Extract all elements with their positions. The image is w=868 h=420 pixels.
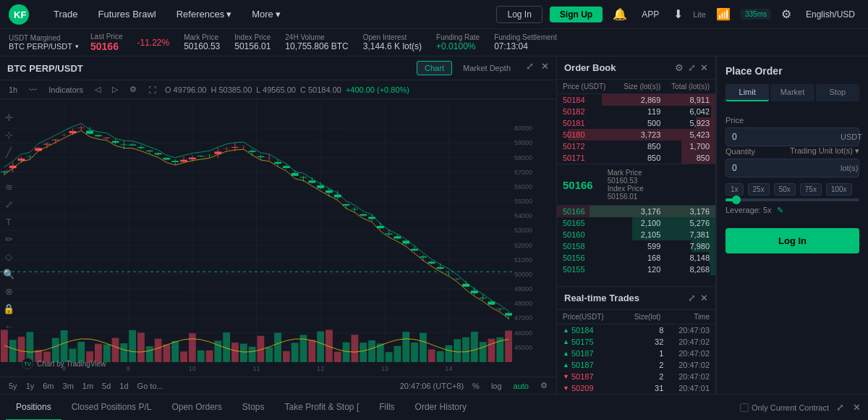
nav-more[interactable]: More ▾ — [242, 0, 291, 29]
tool-horizontal[interactable]: ─ — [3, 164, 14, 177]
close-icon[interactable]: ✕ — [541, 61, 549, 75]
trades-close-icon[interactable]: ✕ — [700, 293, 708, 303]
ob-sell-row[interactable]: 50172 850 1,700 — [557, 140, 715, 152]
ob-expand-icon[interactable]: ⤢ — [688, 62, 696, 73]
fullscreen-icon[interactable]: ⛶ — [145, 84, 159, 96]
expand-icon[interactable]: ⤢ — [526, 61, 534, 75]
time-5d[interactable]: 5d — [99, 381, 114, 391]
close-icon[interactable]: ✕ — [851, 400, 862, 414]
chart-canvas[interactable] — [0, 99, 556, 377]
bottom-tab-6[interactable]: Order History — [405, 395, 477, 421]
tool-brush[interactable]: ✏ — [3, 233, 14, 246]
ob-buy-row[interactable]: 50166 3,176 3,176 — [557, 206, 715, 217]
chart-settings-icon[interactable]: ⚙ — [537, 380, 550, 391]
tool-text[interactable]: T — [3, 216, 14, 229]
time-goto[interactable]: Go to... — [135, 381, 166, 391]
forward-icon[interactable]: ▷ — [109, 83, 121, 96]
bottom-tab-4[interactable]: Take Profit & Stop [ — [275, 395, 370, 421]
chart-bottom-bar: 5y 1y 6m 3m 1m 5d 1d Go to... 20:47:06 (… — [0, 377, 556, 394]
time-1m[interactable]: 1m — [80, 381, 96, 391]
tool-line[interactable]: ╱ — [3, 146, 14, 159]
tool-magnet[interactable]: ⊗ — [3, 285, 14, 298]
time-3m[interactable]: 3m — [60, 381, 77, 391]
tool-zoom[interactable]: 🔍 — [3, 268, 14, 281]
tool-crosshair[interactable]: ⊹ — [3, 129, 14, 142]
time-5y[interactable]: 5y — [6, 381, 20, 391]
leverage-btn-25x[interactable]: 25x — [748, 183, 770, 196]
nav-futures-brawl[interactable]: Futures Brawl — [88, 0, 166, 29]
ob-sell-row[interactable]: 50171 850 850 — [557, 152, 715, 164]
tool-fibonacci[interactable]: ≋ — [3, 181, 14, 194]
ob-buy-row[interactable]: 50158 599 7,980 — [557, 240, 715, 252]
ob-sell-row[interactable]: 50182 119 6,042 — [557, 106, 715, 117]
bottom-tab-2[interactable]: Open Orders — [161, 395, 231, 421]
po-tab-market[interactable]: Market — [770, 84, 814, 101]
tool-arrow-left[interactable]: ← — [3, 320, 14, 333]
bell-icon[interactable]: 🔔 — [610, 4, 630, 24]
ob-settings-icon[interactable]: ⚙ — [675, 62, 684, 73]
ob-col-total: Total (lot(s)) — [660, 83, 710, 91]
chart-type-icon[interactable]: 〰 — [26, 84, 40, 96]
log-toggle[interactable]: log — [488, 381, 505, 391]
indicators-btn[interactable]: Indicators — [46, 84, 86, 96]
download-icon[interactable]: ⬇ — [671, 4, 686, 24]
tab-market-depth[interactable]: Market Depth — [455, 61, 519, 75]
bottom-tab-5[interactable]: Fills — [369, 395, 404, 421]
signup-button[interactable]: Sign Up — [550, 7, 603, 22]
time-6m[interactable]: 6m — [40, 381, 56, 391]
login-button[interactable]: Log In — [496, 6, 542, 23]
percent-toggle[interactable]: % — [469, 381, 482, 391]
chart-header: BTC PERP/USDT Chart Market Depth ⤢ ✕ — [0, 56, 556, 80]
login-to-trade-button[interactable]: Log In — [726, 228, 859, 253]
tool-cursor[interactable]: ✛ — [3, 112, 14, 125]
quantity-input[interactable] — [732, 163, 841, 173]
settings-chart-icon[interactable]: ⚙ — [127, 83, 140, 96]
nav-references[interactable]: References ▾ — [166, 0, 242, 29]
po-tab-limit[interactable]: Limit — [726, 84, 769, 101]
auto-toggle[interactable]: auto — [511, 381, 532, 391]
tool-lock[interactable]: 🔒 — [3, 303, 14, 316]
leverage-slider-thumb[interactable] — [732, 196, 741, 204]
leverage-slider-track[interactable] — [726, 198, 859, 201]
ob-buy-row[interactable]: 50156 168 8,148 — [557, 252, 715, 264]
bottom-tab-3[interactable]: Stops — [232, 395, 275, 421]
ob-buy-row[interactable]: 50160 2,105 7,381 — [557, 229, 715, 240]
chart-body[interactable]: XBTUSDTM, 60 XBTUSDTM: XBT / USDT Perpet… — [0, 99, 556, 377]
leverage-row: 1x25x50x75x100x — [726, 183, 859, 196]
leverage-btn-50x[interactable]: 50x — [774, 183, 796, 196]
leverage-btn-100x[interactable]: 100x — [826, 183, 852, 196]
leverage-edit-icon[interactable]: ✎ — [777, 206, 783, 214]
ob-sell-row[interactable]: 50184 2,869 8,911 — [557, 94, 715, 106]
ob-buy-total: 3,176 — [660, 207, 710, 216]
ob-buy-row[interactable]: 50165 2,100 5,276 — [557, 217, 715, 229]
leverage-btn-1x[interactable]: 1x — [726, 183, 744, 196]
ob-buy-row[interactable]: 50155 120 8,268 — [557, 264, 715, 275]
expand-icon[interactable]: ⤢ — [835, 400, 846, 414]
ob-sell-row[interactable]: 50180 3,723 5,423 — [557, 129, 715, 140]
tab-chart[interactable]: Chart — [417, 61, 452, 75]
tool-measure[interactable]: ⤢ — [3, 198, 14, 211]
language-button[interactable]: English/USD — [801, 7, 859, 22]
price-input[interactable] — [732, 132, 841, 142]
settings-icon[interactable]: ⚙ — [778, 4, 794, 24]
time-1y[interactable]: 1y — [23, 381, 38, 391]
time-1d[interactable]: 1d — [116, 381, 131, 391]
back-icon[interactable]: ◁ — [92, 83, 103, 96]
nav-trade[interactable]: Trade — [43, 0, 88, 29]
leverage-btn-75x[interactable]: 75x — [800, 183, 822, 196]
only-current-checkbox[interactable] — [740, 403, 749, 412]
bottom-tab-1[interactable]: Closed Positions P/L — [61, 395, 162, 421]
tool-pattern[interactable]: ◇ — [3, 251, 14, 264]
lite-badge[interactable]: Lite — [693, 10, 706, 19]
trades-expand-icon[interactable]: ⤢ — [688, 293, 696, 303]
bottom-tab-0[interactable]: Positions — [6, 395, 61, 421]
logo-area[interactable]: KF — [9, 4, 29, 25]
ob-sell-row[interactable]: 50181 500 5,923 — [557, 117, 715, 129]
ticker-pair[interactable]: BTC PERP/USDT ▾ — [9, 42, 79, 51]
po-tab-stop[interactable]: Stop — [816, 84, 859, 101]
app-button[interactable]: APP — [637, 7, 663, 22]
timeframe-1h[interactable]: 1h — [6, 84, 20, 96]
chevron-down-icon: ▾ — [226, 9, 231, 20]
trading-unit-select[interactable]: Trading Unit lot(s) ▾ — [790, 146, 859, 156]
ob-close-icon[interactable]: ✕ — [700, 62, 708, 73]
